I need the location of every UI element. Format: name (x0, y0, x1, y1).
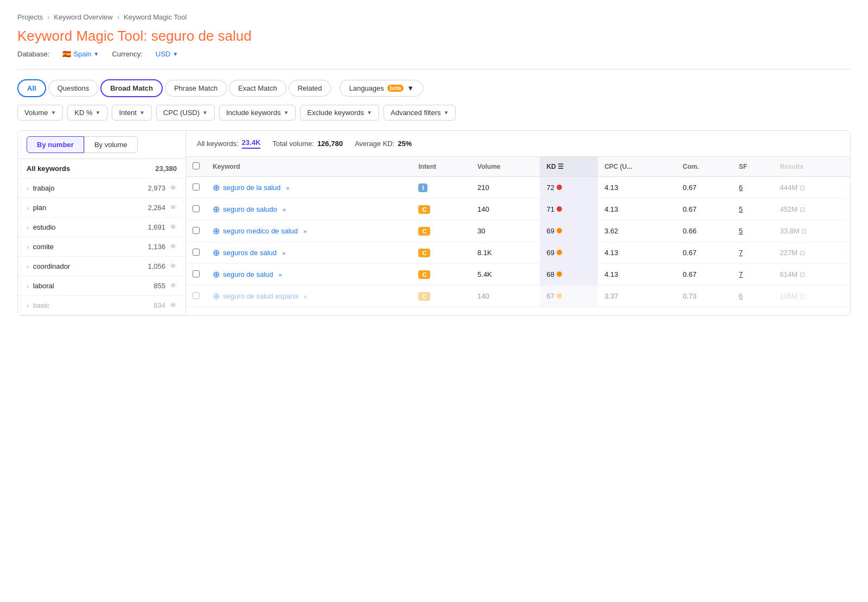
th-com: Com. (676, 157, 733, 177)
export-icon[interactable]: ⊡ (800, 206, 805, 213)
navigate-icon[interactable]: » (279, 271, 282, 278)
sidebar-item-all[interactable]: All keywords 23,380 (18, 159, 186, 179)
navigate-icon[interactable]: » (283, 206, 286, 213)
add-keyword-icon[interactable]: ⊕ (213, 226, 220, 236)
sidebar-item-coordinador[interactable]: › coordinador 1,056 👁 (18, 257, 186, 276)
tab-all[interactable]: All (17, 79, 46, 97)
row-checkbox[interactable] (193, 183, 200, 191)
add-keyword-icon[interactable]: ⊕ (213, 291, 220, 301)
volume-cell: 5.4K (471, 264, 540, 286)
kd-cell: 67 (540, 286, 598, 307)
add-keyword-icon[interactable]: ⊕ (213, 269, 220, 280)
kd-filter[interactable]: KD % ▼ (67, 105, 107, 121)
row-checkbox[interactable] (193, 270, 200, 277)
keyword-cell: ⊕ seguro de la salud » (206, 177, 412, 199)
navigate-icon[interactable]: » (286, 185, 289, 191)
table-row: ⊕ seguro de salud » C5.4K68 4.130.677614… (186, 264, 850, 286)
currency-dropdown[interactable]: USD ▼ (156, 50, 178, 58)
keyword-link[interactable]: seguro de la salud (223, 183, 280, 192)
tab-exact-match[interactable]: Exact Match (229, 80, 286, 97)
sf-cell: 7 (732, 242, 773, 264)
com-cell: 0.73 (676, 286, 733, 307)
select-all-checkbox[interactable] (193, 162, 200, 169)
sidebar-item-estudio[interactable]: › estudio 1,691 👁 (18, 218, 186, 237)
table-row: ⊕ seguro de la salud » I21072 4.130.6764… (186, 177, 850, 199)
kd-dot (557, 250, 562, 255)
navigate-icon[interactable]: » (304, 293, 307, 300)
sidebar-item-laboral[interactable]: › laboral 855 👁 (18, 276, 186, 296)
sidebar-item-trabajo[interactable]: › trabajo 2,973 👁 (18, 179, 186, 198)
breadcrumb-keyword-overview[interactable]: Keyword Overview (54, 13, 112, 21)
th-sf: SF (732, 157, 773, 177)
tab-related[interactable]: Related (289, 80, 331, 97)
tabs-row: All Questions Broad Match Phrase Match E… (17, 79, 851, 97)
th-keyword: Keyword (206, 157, 412, 177)
cpc-cell: 3.37 (598, 286, 676, 307)
row-checkbox[interactable] (193, 227, 200, 234)
toggle-by-number[interactable]: By number (27, 136, 84, 153)
export-icon[interactable]: ⊡ (800, 249, 805, 257)
sidebar-toggle: By number By volume (18, 131, 186, 159)
table-header-row: Keyword Intent Volume KD ☰ CPC (U... Com… (186, 157, 850, 177)
navigate-icon[interactable]: » (303, 228, 307, 235)
com-cell: 0.67 (676, 242, 733, 264)
kd-cell: 69 (540, 220, 598, 242)
toggle-by-volume[interactable]: By volume (84, 136, 138, 153)
th-results: Results (774, 157, 850, 177)
exclude-keywords-filter[interactable]: Exclude keywords ▼ (300, 105, 379, 121)
row-checkbox[interactable] (193, 249, 200, 256)
row-checkbox[interactable] (193, 292, 200, 299)
com-cell: 0.67 (676, 264, 733, 286)
export-icon[interactable]: ⊡ (800, 271, 805, 278)
tab-languages[interactable]: Languages beta ▼ (340, 80, 423, 97)
include-keywords-filter[interactable]: Include keywords ▼ (219, 105, 296, 121)
tab-phrase-match[interactable]: Phrase Match (165, 80, 227, 97)
volume-cell: 30 (471, 220, 540, 242)
volume-filter[interactable]: Volume ▼ (17, 105, 63, 121)
database-dropdown[interactable]: 🇪🇸 Spain ▼ (62, 50, 99, 58)
advanced-filters[interactable]: Advanced filters ▼ (384, 105, 456, 121)
keyword-link[interactable]: seguros de salud (223, 249, 277, 257)
kd-cell: 71 (540, 199, 598, 220)
th-checkbox[interactable] (186, 157, 206, 177)
keyword-link[interactable]: seguro de salud espana (223, 292, 298, 300)
sf-cell: 7 (732, 264, 773, 286)
export-icon[interactable]: ⊡ (800, 293, 805, 300)
com-cell: 0.67 (676, 177, 733, 199)
export-icon[interactable]: ⊡ (800, 184, 805, 192)
sidebar-item-basic[interactable]: › basic 834 👁 (18, 296, 186, 315)
sidebar-item-comite[interactable]: › comite 1,136 👁 (18, 237, 186, 257)
navigate-icon[interactable]: » (282, 250, 285, 256)
th-kd[interactable]: KD ☰ (540, 157, 598, 177)
sidebar: By number By volume All keywords 23,380 … (18, 131, 186, 315)
divider (17, 69, 851, 69)
breadcrumb: Projects › Keyword Overview › Keyword Ma… (17, 13, 851, 21)
keyword-link[interactable]: seguro de saludo (223, 205, 277, 213)
kd-cell: 69 (540, 242, 598, 264)
add-keyword-icon[interactable]: ⊕ (213, 182, 220, 193)
keyword-link[interactable]: seguro de salud (223, 270, 273, 278)
tab-questions[interactable]: Questions (48, 80, 99, 97)
intent-filter[interactable]: Intent ▼ (112, 105, 151, 121)
cpc-filter[interactable]: CPC (USD) ▼ (156, 105, 215, 121)
kd-dot (557, 206, 562, 212)
results-cell: 452M ⊡ (774, 199, 850, 220)
results-cell: 614M ⊡ (774, 264, 850, 286)
intent-cell: C (412, 264, 471, 286)
sidebar-list: All keywords 23,380 › trabajo 2,973 👁 › … (18, 159, 186, 315)
cpc-cell: 4.13 (598, 242, 676, 264)
th-volume: Volume (471, 157, 540, 177)
add-keyword-icon[interactable]: ⊕ (213, 248, 220, 258)
add-keyword-icon[interactable]: ⊕ (213, 204, 220, 214)
cpc-cell: 4.13 (598, 177, 676, 199)
breadcrumb-projects[interactable]: Projects (17, 13, 43, 21)
row-checkbox[interactable] (193, 205, 200, 212)
results-cell: 33.8M ⊡ (774, 220, 850, 242)
keyword-link[interactable]: seguro medico de salud (223, 227, 298, 235)
export-icon[interactable]: ⊡ (801, 227, 807, 235)
keyword-cell: ⊕ seguro de saludo » (206, 199, 412, 220)
tab-broad-match[interactable]: Broad Match (100, 79, 163, 97)
sidebar-item-plan[interactable]: › plan 2,264 👁 (18, 198, 186, 218)
page-title: Keyword Magic Tool: seguro de salud (17, 28, 851, 45)
volume-cell: 140 (471, 199, 540, 220)
